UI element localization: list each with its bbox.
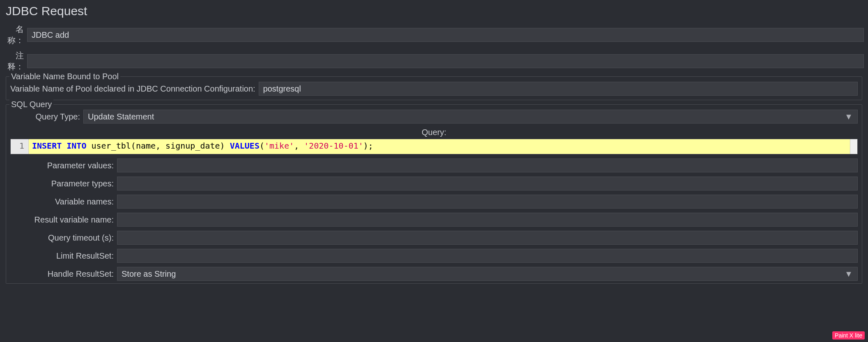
jdbc-request-panel: JDBC Request 名称： 注释： Variable Name Bound… — [0, 0, 868, 292]
limit-resultset-input[interactable] — [117, 249, 858, 263]
pool-name-row: Variable Name of Pool declared in JDBC C… — [10, 82, 858, 96]
limit-resultset-label: Limit ResultSet: — [10, 251, 117, 261]
editor-gutter: 1 — [11, 139, 29, 154]
query-label: Query: — [10, 128, 858, 137]
sql-string: '2020-10-01' — [304, 141, 363, 151]
sql-punct: ) — [220, 141, 225, 151]
result-variable-row: Result variable name: — [10, 213, 858, 227]
parameter-types-row: Parameter types: — [10, 177, 858, 191]
query-timeout-input[interactable] — [117, 231, 858, 245]
limit-resultset-row: Limit ResultSet: — [10, 249, 858, 263]
sql-ident: user_tbl — [86, 141, 131, 151]
variable-pool-fieldset: Variable Name Bound to Pool Variable Nam… — [6, 76, 862, 100]
comment-row: 注释： — [4, 50, 864, 72]
handle-resultset-row: Handle ResultSet: Store as String ▼ — [10, 267, 858, 281]
editor-scrollbar[interactable] — [850, 139, 857, 154]
query-timeout-row: Query timeout (s): — [10, 231, 858, 245]
query-type-select[interactable]: Update Statement ▼ — [83, 110, 858, 124]
editor-code[interactable]: INSERT INTO user_tbl(name, signup_date) … — [29, 139, 857, 154]
variable-names-input[interactable] — [117, 195, 858, 209]
sql-query-legend: SQL Query — [9, 100, 53, 109]
watermark-badge: Paint X lite — [832, 331, 865, 340]
handle-resultset-select[interactable]: Store as String ▼ — [117, 267, 858, 281]
parameter-values-label: Parameter values: — [10, 161, 117, 170]
sql-punct: ( — [259, 141, 264, 151]
result-variable-input[interactable] — [117, 213, 858, 227]
handle-resultset-value: Store as String — [122, 269, 844, 279]
sql-punct: ( — [131, 141, 136, 151]
variable-names-row: Variable names: — [10, 195, 858, 209]
comment-label: 注释： — [4, 50, 27, 72]
handle-resultset-label: Handle ResultSet: — [10, 269, 117, 279]
sql-ident: name, signup_date — [136, 141, 220, 151]
sql-punct: ; — [368, 141, 373, 151]
parameter-values-input[interactable] — [117, 158, 858, 172]
variable-names-label: Variable names: — [10, 197, 117, 207]
line-number: 1 — [19, 141, 24, 151]
parameter-types-input[interactable] — [117, 177, 858, 191]
parameter-types-label: Parameter types: — [10, 179, 117, 188]
name-row: 名称： — [4, 24, 864, 46]
sql-editor[interactable]: 1 INSERT INTO user_tbl(name, signup_date… — [10, 139, 858, 154]
name-input[interactable] — [27, 28, 864, 42]
variable-pool-legend: Variable Name Bound to Pool — [9, 72, 120, 81]
query-timeout-label: Query timeout (s): — [10, 233, 117, 243]
sql-space — [225, 141, 230, 151]
parameter-values-row: Parameter values: — [10, 158, 858, 172]
query-type-label: Query Type: — [10, 112, 83, 122]
chevron-down-icon: ▼ — [844, 269, 853, 279]
sql-punct: , — [294, 141, 304, 151]
query-type-value: Update Statement — [88, 112, 844, 122]
name-label: 名称： — [4, 24, 27, 46]
chevron-down-icon: ▼ — [844, 112, 853, 122]
pool-name-input[interactable] — [259, 82, 858, 96]
sql-string: 'mike' — [264, 141, 294, 151]
sql-keyword: VALUES — [230, 141, 259, 151]
page-title: JDBC Request — [6, 4, 864, 18]
sql-query-fieldset: SQL Query Query Type: Update Statement ▼… — [6, 104, 862, 284]
sql-punct: ) — [363, 141, 368, 151]
result-variable-label: Result variable name: — [10, 215, 117, 225]
pool-name-label: Variable Name of Pool declared in JDBC C… — [10, 84, 255, 94]
sql-keyword: INSERT INTO — [32, 141, 86, 151]
comment-input[interactable] — [27, 54, 864, 68]
query-type-row: Query Type: Update Statement ▼ — [10, 110, 858, 124]
